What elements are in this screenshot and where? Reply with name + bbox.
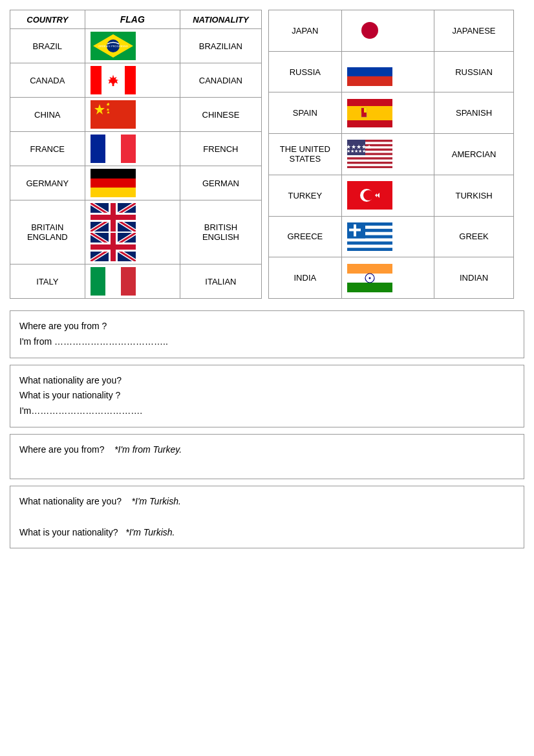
- svg-rect-45: [347, 58, 392, 67]
- country-label: FRANCE: [10, 132, 85, 166]
- flag-cell-uk: [85, 200, 180, 265]
- svg-point-42: [361, 22, 378, 39]
- flag-cell-india: [341, 257, 434, 299]
- flag-cell-france: [85, 132, 180, 166]
- svg-rect-72: [347, 248, 392, 251]
- table-row: FRANCE FRENCH: [10, 132, 262, 166]
- flag-cell-brazil: ORDEM E PROGRESSO: [85, 29, 180, 63]
- text-line: What nationality are you? *I'm Turkish.: [19, 494, 515, 510]
- top-section: COUNTRY FLAG NATIONALITY BRAZIL ORDEM E …: [10, 10, 524, 299]
- nationality-label: CHINESE: [180, 98, 261, 132]
- text-line: What is your nationality ?: [19, 388, 515, 404]
- flag-spain: [347, 99, 392, 127]
- nationality-label: TURKISH: [434, 175, 514, 216]
- svg-point-64: [363, 190, 374, 200]
- svg-text:ORDEM E PROGRESSO: ORDEM E PROGRESSO: [98, 45, 128, 48]
- table-row: TURKEY TURKISH: [269, 175, 514, 216]
- text-box-4: What nationality are you? *I'm Turkish. …: [10, 486, 524, 548]
- table-row: RUSSIA RUSSIAN: [269, 51, 514, 92]
- country-label: CHINA: [10, 98, 85, 132]
- country-label: SPAIN: [269, 92, 342, 134]
- country-label: THE UNITED STATES: [269, 134, 342, 175]
- country-label: BRITAINENGLAND: [10, 200, 85, 265]
- svg-rect-75: [349, 228, 361, 231]
- flag-uk: [91, 203, 136, 232]
- country-label: GREECE: [269, 216, 342, 257]
- nationality-label: BRAZILIAN: [180, 29, 261, 63]
- flag-cell-canada: [85, 63, 180, 98]
- right-table: JAPAN JAPANESE RUSSIA RUSSIAN: [268, 10, 514, 299]
- svg-rect-78: [347, 264, 392, 274]
- country-label: RUSSIA: [269, 51, 342, 92]
- flag-cell-japan: [341, 10, 434, 52]
- text-box-3: Where are you from? *I'm from Turkey.: [10, 434, 524, 479]
- flag-japan: [347, 16, 392, 45]
- nationality-label: INDIAN: [434, 257, 514, 299]
- table-row: THE UNITED STATES ★★★★★★ ★★★★★: [269, 134, 514, 175]
- flag-russia: [347, 58, 392, 86]
- svg-rect-58: [347, 166, 392, 168]
- country-label: CANADA: [10, 63, 85, 98]
- country-label: JAPAN: [269, 10, 342, 52]
- flag-cell-turkey: [341, 175, 434, 216]
- table-row: BRAZIL ORDEM E PROGRESSO BRAZILIAN: [10, 29, 262, 63]
- flag-france: [91, 135, 136, 163]
- flag-cell-italy: [85, 265, 180, 299]
- svg-rect-37: [91, 244, 136, 250]
- flag-usa: ★★★★★★ ★★★★★: [347, 140, 392, 168]
- flag-greece: [347, 222, 392, 251]
- nationality-label: ITALIAN: [180, 265, 261, 299]
- col-header-nationality: NATIONALITY: [180, 10, 261, 29]
- flag-uk-2: [91, 233, 136, 261]
- svg-rect-5: [91, 66, 101, 94]
- flag-cell-germany: [85, 166, 180, 200]
- svg-rect-16: [91, 135, 105, 163]
- table-row: CANADA CANADIAN: [10, 63, 262, 98]
- svg-point-80: [368, 277, 370, 279]
- svg-rect-56: [347, 158, 392, 160]
- text-line: I'm……………………………….: [19, 404, 515, 419]
- country-label: ITALY: [10, 265, 85, 299]
- svg-rect-28: [91, 215, 136, 220]
- svg-rect-8: [91, 100, 136, 129]
- svg-rect-49: [361, 108, 364, 113]
- nationality-label: GERMAN: [180, 166, 261, 200]
- flag-cell-russia: [341, 51, 434, 92]
- nationality-label: CANADIAN: [180, 63, 261, 98]
- text-line: Where are you from ?: [19, 319, 515, 334]
- example-text: *I'm from Turkey.: [114, 444, 182, 455]
- nationality-label: SPANISH: [434, 92, 514, 134]
- col-header-flag: FLAG: [85, 10, 180, 29]
- table-row: JAPAN JAPANESE: [269, 10, 514, 52]
- svg-rect-47: [347, 106, 392, 120]
- svg-rect-57: [347, 162, 392, 164]
- flag-cell-greece: [341, 216, 434, 257]
- svg-rect-6: [125, 66, 136, 94]
- country-label: BRAZIL: [10, 29, 85, 63]
- text-box-2: What nationality are you? What is your n…: [10, 365, 524, 427]
- table-row: CHINA CHINESE: [10, 98, 262, 132]
- svg-rect-7: [112, 84, 114, 87]
- text-line: What is your nationality? *I'm Turkish.: [19, 525, 515, 541]
- nationality-label: RUSSIAN: [434, 51, 514, 92]
- flag-china: [91, 100, 136, 129]
- svg-text:★★★★★: ★★★★★: [347, 149, 366, 153]
- nationality-label: BRITISHENGLISH: [180, 200, 261, 265]
- table-row: ITALY ITALIAN: [10, 265, 262, 299]
- table-row: GERMANY GERMAN: [10, 166, 262, 200]
- svg-rect-40: [91, 267, 105, 296]
- table-row: GREECE GREEK: [269, 216, 514, 257]
- flag-cell-usa: ★★★★★★ ★★★★★: [341, 134, 434, 175]
- nationality-label: GREEK: [434, 216, 514, 257]
- svg-rect-19: [91, 169, 136, 178]
- text-line: Where are you from? *I'm from Turkey.: [19, 442, 515, 458]
- table-row: BRITAINENGLAND: [10, 200, 262, 265]
- flag-india: [347, 264, 392, 292]
- nationality-label: FRENCH: [180, 132, 261, 166]
- left-table: COUNTRY FLAG NATIONALITY BRAZIL ORDEM E …: [10, 10, 262, 299]
- flag-cell-china: [85, 98, 180, 132]
- country-label: INDIA: [269, 257, 342, 299]
- flag-turkey: [347, 181, 392, 210]
- country-label: TURKEY: [269, 175, 342, 216]
- text-line: I'm from ………………………………..: [19, 334, 515, 350]
